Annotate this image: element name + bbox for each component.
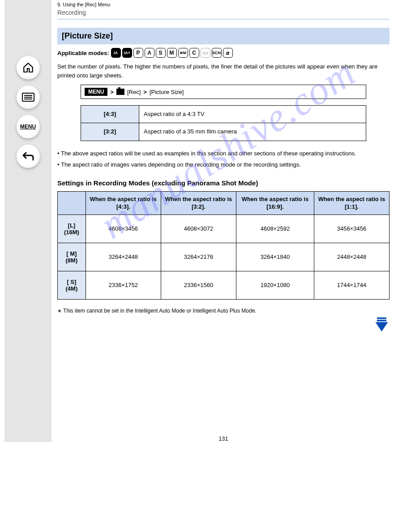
col-header: When the aspect ratio is [1:1]. [314, 191, 389, 215]
home-button[interactable] [17, 56, 40, 79]
settings-heading: Settings in Recording Modes (excluding P… [57, 179, 390, 187]
ratio-desc: Aspect ratio of a 4:3 TV [139, 106, 366, 123]
table-row: [4:3] Aspect ratio of a 4:3 TV [81, 106, 366, 123]
table-row: [L] (16M) 4608×3456 4608×3072 4608×2592 … [58, 215, 390, 243]
row-header: [L] (16M) [58, 215, 86, 243]
mode-icon-c: C [189, 48, 199, 58]
menu-item: [Picture Size] [150, 89, 184, 95]
cell: 3264×2176 [161, 243, 236, 271]
camera-icon [116, 89, 124, 95]
cell: 4608×3456 [86, 215, 161, 243]
footnote: ∗ This item cannot be set in the Intelli… [57, 308, 390, 314]
contents-button[interactable] [17, 86, 40, 109]
menu-label: MENU [20, 124, 36, 130]
divider [57, 19, 390, 20]
mode-icon-m: M [167, 48, 177, 58]
cell: 1744×1744 [314, 271, 389, 299]
mode-icon-a: A [145, 48, 154, 58]
mode-icon-p: P [133, 48, 143, 58]
cell: 2448×2448 [314, 243, 389, 271]
col-header: When the aspect ratio is [3:2]. [161, 191, 236, 215]
arrow-icon: > [143, 89, 147, 95]
cell: 3456×3456 [314, 215, 389, 243]
mode-icon-s: S [156, 48, 166, 58]
page-content: 9. Using the [Rec] Menu Recording [Pictu… [57, 0, 402, 442]
col-header: When the aspect ratio is [16:9]. [236, 191, 314, 215]
home-icon [22, 62, 34, 73]
section-title: [Picture Size] [57, 28, 390, 44]
mode-icon-movie: ≋M [178, 48, 188, 58]
menu-rec: [Rec] [127, 89, 141, 95]
cell: 4608×3072 [161, 215, 236, 243]
back-button[interactable] [17, 145, 40, 168]
table-row: [3:2] Aspect ratio of a 35 mm film camer… [81, 123, 366, 141]
list-icon [22, 93, 34, 102]
mode-icon-scn: SCN [212, 48, 222, 58]
menu-badge: MENU [85, 88, 107, 96]
mode-icon-iaplus: iA+ [122, 48, 132, 58]
ratio-desc: Aspect ratio of a 35 mm film camera [139, 123, 366, 141]
menu-button[interactable]: MENU [17, 115, 40, 138]
cell: 4608×2592 [236, 215, 314, 243]
back-icon [22, 151, 34, 161]
svg-rect-5 [377, 320, 386, 322]
chapter-label: Recording [57, 9, 390, 16]
modes-label: Applicable modes: [57, 50, 109, 56]
ratio-header: [4:3] [81, 106, 139, 123]
cell: 1920×1080 [236, 271, 314, 299]
ratio-header: [3:2] [81, 123, 139, 141]
col-blank [58, 191, 86, 215]
table-row: [ M] (8M) 3264×2448 3264×2176 3264×1840 … [58, 243, 390, 271]
applicable-modes: Applicable modes: iA iA+ P A S M ≋M C ▭ … [57, 48, 390, 58]
cell: 3264×1840 [236, 243, 314, 271]
cell: 2336×1560 [161, 271, 236, 299]
mode-icons: iA iA+ P A S M ≋M C ▭ SCN ⌀ [111, 48, 233, 58]
menu-path: MENU > [Rec] > [Picture Size] [81, 85, 366, 99]
aspect-ratio-table: [4:3] Aspect ratio of a 4:3 TV [3:2] Asp… [81, 105, 366, 141]
cell: 3264×2448 [86, 243, 161, 271]
row-header: [ S] (4M) [58, 271, 86, 299]
continue-arrow-icon[interactable] [374, 317, 390, 332]
svg-rect-4 [377, 317, 386, 319]
mode-icon-creative: ⌀ [223, 48, 233, 58]
col-header: When the aspect ratio is [4:3]. [86, 191, 161, 215]
arrow-icon: > [110, 89, 114, 95]
mode-icon-panorama: ▭ [201, 48, 210, 58]
row-header: [ M] (8M) [58, 243, 86, 271]
note: The above aspect ratios will be used as … [57, 149, 390, 158]
breadcrumb: 9. Using the [Rec] Menu [57, 2, 390, 7]
cell: 2336×1752 [86, 271, 161, 299]
page-number: 131 [57, 435, 390, 442]
mode-icon-ia: iA [111, 48, 121, 58]
picture-size-table: When the aspect ratio is [4:3]. When the… [57, 191, 390, 300]
table-row: [ S] (4M) 2336×1752 2336×1560 1920×1080 … [58, 271, 390, 299]
intro-text: Set the number of pixels. The higher the… [57, 62, 390, 80]
sidebar: MENU [4, 0, 51, 442]
note: The aspect ratio of images varies depend… [57, 160, 390, 169]
